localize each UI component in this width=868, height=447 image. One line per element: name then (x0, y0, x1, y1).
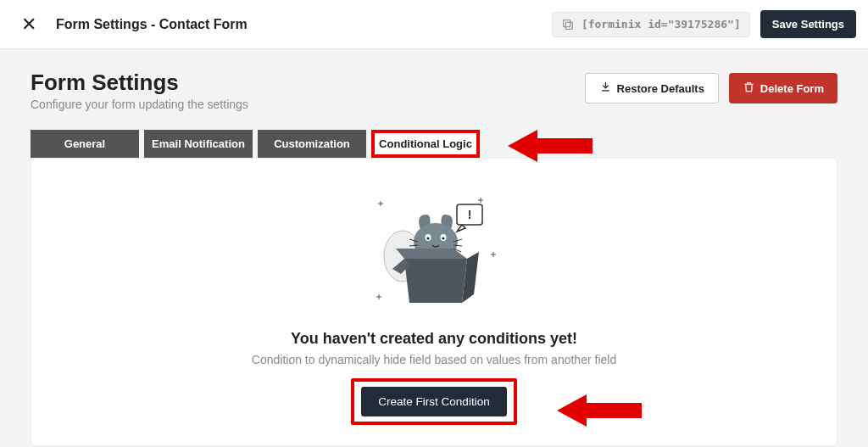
svg-point-8 (426, 237, 429, 239)
svg-point-9 (442, 237, 444, 239)
content-panel: ! (31, 158, 837, 446)
page-actions: Restore Defaults Delete Form (585, 73, 837, 103)
tab-email-notification[interactable]: Email Notification (144, 130, 253, 158)
shortcode-box[interactable]: [forminix id="39175286"] (552, 12, 750, 37)
tab-customization[interactable]: Customization (258, 130, 366, 158)
tab-general[interactable]: General (31, 130, 139, 158)
restore-label: Restore Defaults (617, 82, 704, 95)
copy-icon (561, 18, 575, 31)
topbar-title: Form Settings - Contact Form (56, 17, 248, 32)
empty-title: You haven't created any conditions yet! (291, 330, 577, 348)
tab-conditional-logic[interactable]: Conditional Logic (371, 130, 480, 158)
svg-rect-0 (565, 22, 572, 29)
empty-illustration: ! (362, 193, 506, 320)
page-header: Form Settings Configure your form updati… (31, 70, 837, 111)
restore-icon (599, 81, 612, 96)
svg-rect-1 (564, 20, 570, 26)
shortcode-text: [forminix id="39175286"] (581, 18, 741, 31)
empty-description: Condition to dynamically hide field base… (252, 353, 616, 366)
close-icon[interactable]: ✕ (19, 14, 39, 36)
delete-form-button[interactable]: Delete Form (729, 73, 837, 103)
create-first-condition-button[interactable]: Create First Condition (361, 387, 506, 416)
page-title: Form Settings (31, 70, 248, 96)
annotation-arrow-cta (557, 389, 642, 432)
tabs: General Email Notification Customization… (31, 130, 837, 158)
trash-icon (743, 81, 755, 96)
annotation-highlight-cta: Create First Condition (351, 378, 516, 425)
svg-text:!: ! (468, 208, 472, 221)
save-settings-button[interactable]: Save Settings (760, 10, 856, 38)
page-subtitle: Configure your form updating the setting… (31, 98, 248, 111)
delete-label: Delete Form (760, 82, 824, 95)
restore-defaults-button[interactable]: Restore Defaults (585, 73, 719, 103)
svg-marker-11 (557, 394, 642, 427)
topbar: ✕ Form Settings - Contact Form [forminix… (0, 0, 868, 49)
